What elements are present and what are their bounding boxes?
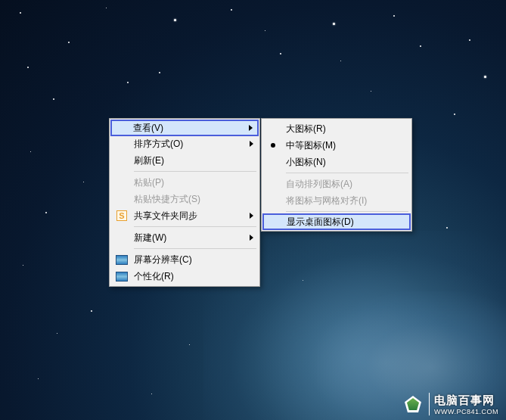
menu-label: 大图标(R)	[286, 123, 326, 135]
submenu-arrow-icon	[250, 213, 253, 219]
share-folder-icon: S	[116, 210, 128, 222]
submenu-arrow-icon	[250, 141, 253, 147]
submenu-item-small-icons[interactable]: 小图标(N)	[263, 154, 410, 170]
menu-label: 粘贴快捷方式(S)	[134, 193, 200, 206]
menu-label: 排序方式(O)	[134, 138, 183, 151]
menu-label: 新建(W)	[134, 232, 166, 244]
menu-label: 屏幕分辨率(C)	[134, 254, 192, 266]
menu-item-paste-shortcut: 粘贴快捷方式(S)	[111, 191, 258, 207]
menu-label: 中等图标(M)	[286, 139, 336, 152]
submenu-item-large-icons[interactable]: 大图标(R)	[263, 120, 410, 137]
view-submenu: 大图标(R) 中等图标(M) 小图标(N) 自动排列图标(A) 将图标与网格对齐…	[261, 118, 412, 232]
menu-separator	[134, 226, 256, 227]
watermark-name: 电脑百事网	[434, 394, 498, 408]
monitor-icon	[116, 270, 128, 282]
menu-item-view[interactable]: 查看(V)	[110, 120, 259, 136]
menu-label: 自动排列图标(A)	[286, 178, 352, 191]
menu-label: 刷新(E)	[134, 154, 164, 167]
watermark-divider	[429, 393, 430, 415]
menu-item-sort[interactable]: 排序方式(O)	[111, 135, 258, 152]
watermark-logo-icon	[405, 396, 421, 412]
desktop-context-menu: 查看(V) 排序方式(O) 刷新(E) 粘贴(P) 粘贴快捷方式(S) S 共享…	[109, 118, 260, 287]
menu-item-refresh[interactable]: 刷新(E)	[111, 152, 258, 169]
menu-label: 共享文件夹同步	[134, 210, 197, 222]
submenu-item-show-desktop-icons[interactable]: 显示桌面图标(D)	[262, 213, 411, 230]
radio-selected-icon	[271, 143, 275, 148]
monitor-icon	[116, 254, 128, 266]
menu-label: 显示桌面图标(D)	[287, 216, 354, 229]
submenu-arrow-icon	[249, 125, 253, 131]
menu-label: 小图标(N)	[286, 156, 326, 169]
watermark-url: WWW.PC841.COM	[434, 408, 498, 415]
menu-separator	[286, 173, 408, 173]
menu-item-paste: 粘贴(P)	[111, 174, 258, 191]
submenu-item-medium-icons[interactable]: 中等图标(M)	[263, 137, 410, 154]
menu-item-personalize[interactable]: 个性化(R)	[111, 268, 258, 285]
menu-separator	[134, 171, 256, 172]
menu-label: 将图标与网格对齐(I)	[286, 194, 367, 207]
watermark: 电脑百事网 WWW.PC841.COM	[405, 393, 498, 415]
menu-label: 个性化(R)	[134, 270, 174, 283]
submenu-arrow-icon	[250, 235, 253, 241]
submenu-item-auto-arrange[interactable]: 自动排列图标(A)	[263, 176, 410, 192]
menu-item-share-sync[interactable]: S 共享文件夹同步	[111, 207, 258, 224]
submenu-item-align-grid[interactable]: 将图标与网格对齐(I)	[263, 192, 410, 209]
menu-separator	[134, 248, 256, 249]
menu-label: 粘贴(P)	[134, 176, 164, 189]
menu-separator	[286, 211, 408, 212]
menu-item-new[interactable]: 新建(W)	[111, 229, 258, 246]
menu-item-screen-resolution[interactable]: 屏幕分辨率(C)	[111, 251, 258, 268]
menu-label: 查看(V)	[133, 122, 163, 135]
